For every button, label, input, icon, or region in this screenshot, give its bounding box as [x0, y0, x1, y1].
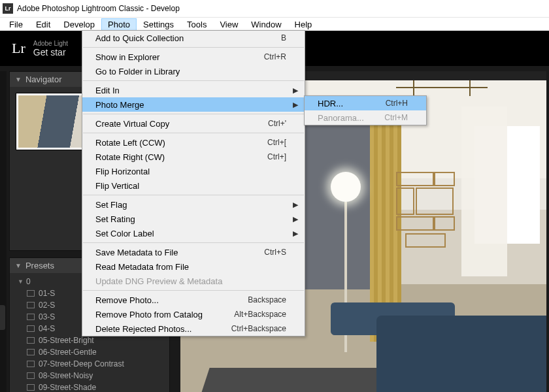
menu-item: Panorama...Ctrl+M — [305, 110, 426, 125]
menu-item[interactable]: Flip Vertical — [82, 178, 305, 193]
menu-item-label: Flip Horizontal — [95, 167, 286, 176]
preset-label: 04-S — [39, 324, 55, 333]
menu-separator — [83, 114, 304, 114]
photo-menu-dropdown: Add to Quick CollectionBShow in Explorer… — [82, 30, 305, 336]
preset-icon — [27, 384, 35, 391]
menu-item-label: Set Flag — [95, 200, 286, 210]
menu-item-label: Remove Photo from Catalog — [95, 310, 234, 319]
menu-item-label: Flip Vertical — [95, 181, 286, 191]
preset-group-label: 0 — [26, 277, 31, 286]
menu-item[interactable]: Go to Folder in Library — [82, 64, 305, 78]
menu-item-label: Add to Quick Collection — [95, 33, 281, 43]
preset-label: 03-S — [39, 312, 55, 321]
menu-item-shortcut: Ctrl+[ — [267, 138, 286, 147]
menu-item[interactable]: Save Metadata to FileCtrl+S — [82, 245, 305, 259]
window-titlebar: Lr Adobe Photoshop Lightroom Classic - D… — [0, 0, 549, 18]
menu-item[interactable]: Create Virtual CopyCtrl+' — [82, 116, 305, 131]
preset-icon — [27, 290, 35, 297]
menu-item[interactable]: Set Rating▶ — [82, 212, 305, 226]
menu-edit[interactable]: Edit — [29, 18, 57, 31]
menu-item[interactable]: Edit In▶ — [82, 83, 305, 97]
menu-item[interactable]: Delete Rejected Photos...Ctrl+Backspace — [82, 321, 305, 336]
submenu-arrow-icon: ▶ — [293, 86, 298, 95]
preset-icon — [27, 302, 35, 308]
preset-icon — [27, 337, 35, 344]
menu-develop[interactable]: Develop — [57, 18, 101, 31]
menu-separator — [83, 80, 304, 81]
menu-item[interactable]: Add to Quick CollectionB — [82, 31, 305, 45]
menu-item-label: Rotate Left (CCW) — [95, 138, 267, 148]
menu-item-label: Update DNG Preview & Metadata — [95, 276, 286, 286]
menu-item-shortcut: Ctrl+M — [384, 113, 408, 122]
menu-item[interactable]: Set Color Label▶ — [82, 226, 305, 240]
menu-item[interactable]: Read Metadata from File — [82, 259, 305, 274]
menu-separator — [83, 242, 304, 243]
navigator-thumbnail[interactable] — [16, 93, 92, 150]
preset-icon — [27, 325, 35, 332]
brand-line2: Get star — [33, 47, 68, 57]
menu-item-shortcut: Alt+Backspace — [234, 310, 286, 319]
menu-item[interactable]: Remove Photo...Backspace — [82, 293, 305, 307]
menu-item[interactable]: Flip Horizontal — [82, 164, 305, 178]
brand-line1: Adobe Light — [33, 40, 68, 47]
preset-item[interactable]: 08-Street-Noisy — [10, 370, 169, 382]
menu-item[interactable]: Show in ExplorerCtrl+R — [82, 50, 305, 64]
menu-separator — [83, 47, 304, 48]
presets-title: Presets — [25, 261, 54, 270]
menu-separator — [83, 133, 304, 133]
menu-separator — [83, 290, 304, 291]
menu-item[interactable]: Set Flag▶ — [82, 197, 305, 212]
menu-item-label: Save Metadata to File — [95, 248, 264, 257]
preset-item[interactable]: 06-Street-Gentle — [10, 346, 169, 358]
menu-photo[interactable]: Photo — [101, 18, 137, 31]
preset-label: 02-S — [39, 301, 55, 310]
panel-collapse-handle[interactable] — [0, 305, 5, 330]
brand-logo: Lr — [12, 40, 25, 57]
menu-item[interactable]: Rotate Left (CCW)Ctrl+[ — [82, 135, 305, 150]
menu-item[interactable]: HDR...Ctrl+H — [305, 96, 426, 110]
menu-item-shortcut: Backspace — [248, 295, 286, 304]
menu-item-label: Photo Merge — [95, 100, 286, 110]
menu-item[interactable]: Rotate Right (CW)Ctrl+] — [82, 150, 305, 164]
menu-item-label: Read Metadata from File — [95, 262, 286, 272]
menu-settings[interactable]: Settings — [137, 18, 180, 31]
disclosure-triangle-icon: ▼ — [18, 278, 24, 285]
preset-label: 05-Street-Bright — [39, 336, 94, 345]
menu-help[interactable]: Help — [288, 18, 319, 31]
menu-item-shortcut: Ctrl+S — [264, 248, 286, 257]
preset-label: 07-Street-Deep Contrast — [39, 359, 124, 368]
menu-item[interactable]: Photo Merge▶ — [82, 97, 305, 112]
preset-label: 08-Street-Noisy — [39, 371, 93, 380]
submenu-arrow-icon: ▶ — [293, 229, 298, 238]
menu-item-label: Remove Photo... — [95, 295, 248, 305]
menu-view[interactable]: View — [213, 18, 244, 31]
preset-item[interactable]: 09-Street-Shade — [10, 382, 169, 392]
app-icon: Lr — [3, 3, 13, 14]
menu-item-label: Rotate Right (CW) — [95, 152, 267, 162]
menu-item: Update DNG Preview & Metadata — [82, 274, 305, 288]
menu-item-shortcut: Ctrl+Backspace — [231, 324, 286, 333]
preset-label: 09-Street-Shade — [39, 383, 96, 392]
menu-item-label: Set Color Label — [95, 229, 286, 238]
menu-item[interactable]: Remove Photo from CatalogAlt+Backspace — [82, 307, 305, 321]
menu-item-label: Panorama... — [318, 113, 384, 123]
menu-item-shortcut: B — [281, 33, 286, 42]
menu-window[interactable]: Window — [244, 18, 288, 31]
submenu-arrow-icon: ▶ — [293, 101, 298, 109]
menu-item-label: Go to Folder in Library — [95, 67, 286, 76]
menubar: FileEditDevelopPhotoSettingsToolsViewWin… — [0, 18, 549, 31]
menu-item-label: Delete Rejected Photos... — [95, 324, 231, 334]
menu-separator — [83, 195, 304, 195]
window-title: Adobe Photoshop Lightroom Classic - Deve… — [17, 4, 180, 13]
menu-item-label: HDR... — [318, 99, 386, 108]
photo-merge-submenu: HDR...Ctrl+HPanorama...Ctrl+M — [304, 95, 427, 125]
preset-item[interactable]: 07-Street-Deep Contrast — [10, 358, 169, 370]
menu-item-shortcut: Ctrl+H — [386, 99, 408, 108]
menu-tools[interactable]: Tools — [180, 18, 213, 31]
menu-item-label: Edit In — [95, 86, 286, 95]
submenu-arrow-icon: ▶ — [293, 215, 298, 223]
navigator-title: Navigator — [25, 74, 62, 84]
menu-file[interactable]: File — [3, 18, 29, 31]
left-gutter — [0, 71, 7, 392]
disclosure-triangle-icon: ▼ — [15, 262, 22, 269]
